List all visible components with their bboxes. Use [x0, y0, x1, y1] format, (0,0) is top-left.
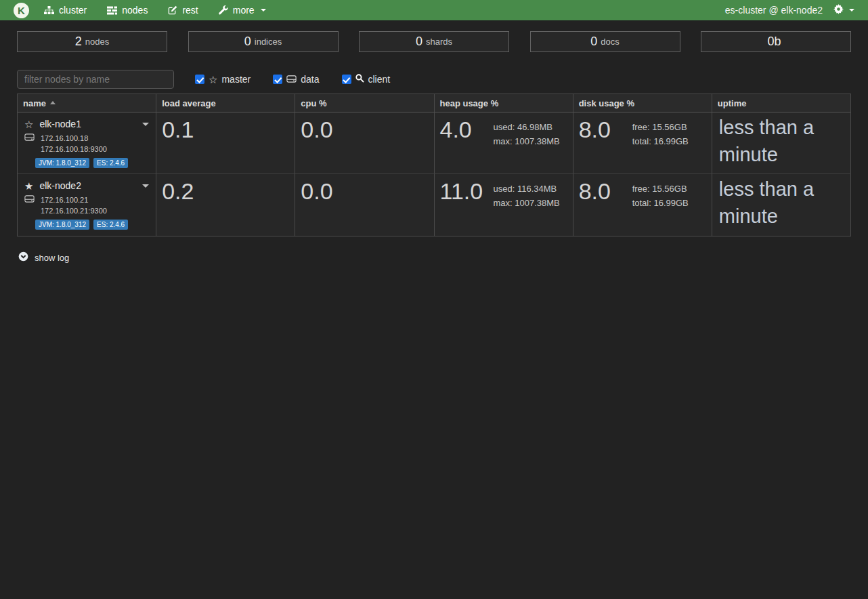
- stat-label: docs: [601, 37, 619, 47]
- node-name-cell[interactable]: ★ elk-node2 172.16.100.21 172.16.100.21:…: [18, 174, 156, 236]
- node-ip: 172.16.100.21: [41, 196, 88, 204]
- node-name-cell[interactable]: ☆ elk-node1 172.16.100.18 172.16.100.18:…: [18, 112, 156, 174]
- nav-item-label: more: [233, 5, 255, 16]
- star-filled-icon: ★: [24, 181, 33, 191]
- column-header-uptime[interactable]: uptime: [712, 94, 851, 112]
- circle-chevron-down-icon: [18, 251, 28, 264]
- nav-item-cluster[interactable]: cluster: [44, 5, 87, 16]
- stat-label: indices: [255, 37, 282, 47]
- show-log-label: show log: [35, 253, 69, 263]
- data-checkbox[interactable]: [273, 75, 282, 84]
- uptime-value: less than a minute: [712, 174, 850, 230]
- heap-max: max: 1007.38MB: [494, 135, 560, 149]
- stat-value: 2: [75, 35, 82, 49]
- hdd-icon: [286, 73, 297, 85]
- disk-total: total: 16.99GB: [632, 135, 689, 149]
- node-ip: 172.16.100.18: [41, 134, 88, 142]
- heap-percent-value: 11.0: [440, 178, 494, 211]
- nav-item-label: rest: [182, 5, 198, 16]
- stat-value: 0b: [767, 35, 781, 49]
- tasks-icon: [107, 6, 117, 15]
- nav-item-nodes[interactable]: nodes: [107, 5, 148, 16]
- cpu-value: 0.0: [301, 178, 354, 205]
- stat-value: 0: [590, 35, 597, 49]
- column-label: uptime: [718, 98, 747, 108]
- cpu-cell: 0.0: [295, 112, 434, 174]
- jvm-version-badge: JVM: 1.8.0_312: [35, 220, 89, 230]
- cpu-value: 0.0: [301, 117, 354, 143]
- disk-free: free: 15.56GB: [632, 121, 689, 135]
- load-average-cell: 0.2: [156, 174, 295, 236]
- filter-master-group: ☆ master: [195, 74, 251, 85]
- nodes-table: name load average cpu % heap usage % dis…: [17, 94, 851, 236]
- sitemap-icon: [44, 6, 54, 15]
- node-expand-caret[interactable]: [142, 123, 149, 126]
- column-header-load[interactable]: load average: [156, 94, 295, 112]
- nav-item-label: cluster: [59, 5, 87, 16]
- disk-cell: 8.0 free: 15.56GB total: 16.99GB: [573, 174, 712, 236]
- disk-free: free: 15.56GB: [632, 182, 689, 197]
- stat-label: nodes: [85, 37, 109, 47]
- column-header-disk[interactable]: disk usage %: [573, 94, 712, 112]
- es-version-badge: ES: 2.4.6: [93, 220, 128, 230]
- filter-nodes-input[interactable]: [17, 70, 174, 89]
- cpu-cell: 0.0: [295, 174, 434, 236]
- cluster-status-label: es-cluster @ elk-node2: [725, 5, 823, 16]
- column-label: name: [23, 98, 46, 108]
- stat-value: 0: [416, 35, 422, 49]
- filter-data-group: data: [273, 73, 319, 85]
- hdd-icon: [24, 195, 35, 204]
- stat-label: shards: [426, 37, 452, 47]
- caret-down-icon: [849, 9, 854, 12]
- load-average-value: 0.2: [162, 178, 215, 205]
- node-filter-row: ☆ master data client: [17, 70, 851, 89]
- filter-label-data: data: [301, 74, 319, 85]
- nav-item-label: nodes: [122, 5, 148, 16]
- show-log-toggle[interactable]: show log: [18, 251, 868, 264]
- heap-percent-value: 4.0: [440, 117, 494, 149]
- heap-cell: 11.0 used: 116.34MB max: 1007.38MB: [435, 174, 573, 236]
- master-checkbox[interactable]: [195, 75, 204, 84]
- node-transport-address: 172.16.100.21:9300: [18, 204, 156, 215]
- node-transport-address: 172.16.100.18:9300: [18, 142, 156, 153]
- stat-size: 0b: [701, 31, 851, 52]
- column-label: heap usage %: [440, 98, 499, 108]
- stat-docs: 0 docs: [530, 31, 680, 52]
- stat-value: 0: [244, 35, 251, 49]
- column-header-name[interactable]: name: [18, 94, 156, 112]
- disk-percent-value: 8.0: [579, 117, 632, 149]
- load-average-cell: 0.1: [156, 112, 295, 174]
- stat-shards: 0 shards: [359, 31, 509, 52]
- filter-label-client: client: [368, 74, 391, 85]
- node-name: elk-node1: [39, 119, 81, 129]
- star-outline-icon: ☆: [24, 119, 33, 129]
- wrench-icon: [219, 5, 228, 15]
- uptime-cell: less than a minute: [712, 174, 851, 236]
- heap-max: max: 1007.38MB: [494, 197, 560, 211]
- sort-asc-icon: [50, 101, 56, 104]
- node-expand-caret[interactable]: [142, 184, 149, 188]
- edit-icon: [168, 5, 177, 15]
- caret-down-icon: [261, 9, 266, 12]
- navbar: K cluster: [0, 0, 868, 20]
- filter-label-master: master: [221, 74, 251, 85]
- client-checkbox[interactable]: [342, 75, 351, 84]
- search-icon: [355, 73, 364, 85]
- column-header-heap[interactable]: heap usage %: [435, 94, 573, 112]
- uptime-cell: less than a minute: [712, 112, 851, 174]
- column-header-cpu[interactable]: cpu %: [295, 94, 434, 112]
- disk-total: total: 16.99GB: [632, 197, 689, 211]
- jvm-version-badge: JVM: 1.8.0_312: [35, 158, 89, 168]
- load-average-value: 0.1: [162, 117, 215, 143]
- nav-item-more[interactable]: more: [219, 5, 266, 16]
- settings-button[interactable]: [833, 4, 854, 17]
- disk-percent-value: 8.0: [579, 178, 632, 211]
- kopf-logo[interactable]: K: [14, 3, 29, 18]
- nav-item-rest[interactable]: rest: [168, 5, 198, 16]
- cluster-stats-row: 2 nodes 0 indices 0 shards 0 docs 0b: [17, 31, 851, 52]
- column-label: load average: [162, 98, 216, 108]
- gear-icon: [833, 4, 844, 17]
- star-icon: ☆: [209, 75, 217, 85]
- navbar-right: es-cluster @ elk-node2: [725, 4, 854, 17]
- uptime-value: less than a minute: [712, 112, 850, 168]
